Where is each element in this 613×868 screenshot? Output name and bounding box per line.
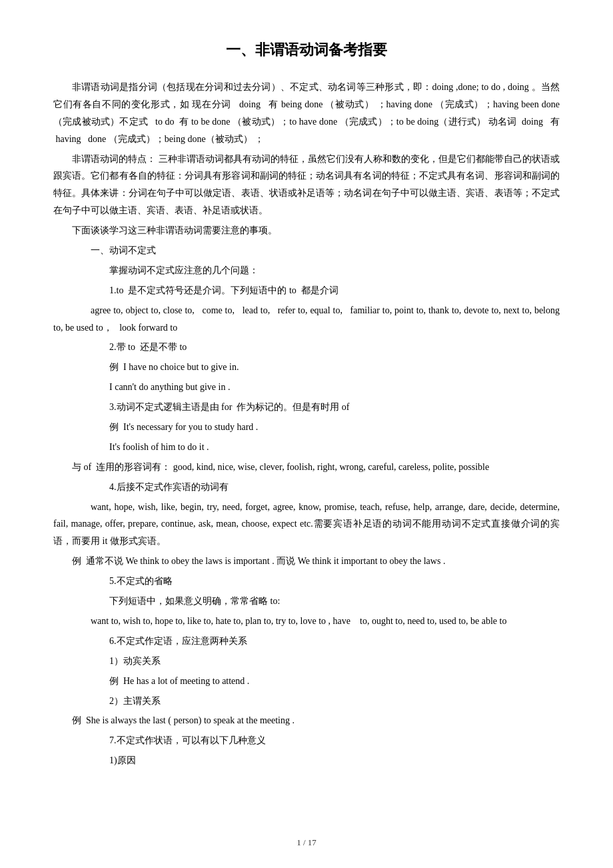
paragraph-5: 掌握动词不定式应注意的几个问题： [53,262,560,279]
paragraph-6: 1.to 是不定式符号还是介词。下列短语中的 to 都是介词 [53,282,560,299]
paragraph-17: 例 通常不说 We think to obey the laws is impo… [53,553,560,570]
paragraph-1: 非谓语动词是指分词（包括现在分词和过去分词）、不定式、动名词等三种形式，即：do… [53,79,560,148]
page: 一、非谓语动词备考指要 非谓语动词是指分词（包括现在分词和过去分词）、不定式、动… [0,0,613,868]
page-title: 一、非谓语动词备考指要 [53,40,560,60]
paragraph-14: 与 of 连用的形容词有： good, kind, nice, wise, cl… [53,459,560,476]
paragraph-26: 7.不定式作状语，可以有以下几种意义 [53,732,560,749]
main-content: 非谓语动词是指分词（包括现在分词和过去分词）、不定式、动名词等三种形式，即：do… [53,79,560,769]
paragraph-25: 例 She is always the last ( person) to sp… [53,712,560,729]
paragraph-7: agree to, object to, close to, come to, … [53,302,560,337]
paragraph-18: 5.不定式的省略 [53,573,560,590]
page-footer: 1 / 17 [0,837,613,848]
paragraph-3: 下面谈谈学习这三种非谓语动词需要注意的事项。 [53,222,560,239]
paragraph-20: want to, wish to, hope to, like to, hate… [53,613,560,630]
paragraph-24: 2）主谓关系 [53,693,560,710]
paragraph-12: 例 It's necessary for you to study hard . [53,419,560,436]
paragraph-21: 6.不定式作定语，应注意两种关系 [53,633,560,650]
paragraph-8: 2.带 to 还是不带 to [53,339,560,356]
page-number: 1 / 17 [297,837,316,847]
paragraph-9: 例 I have no choice but to give in. [53,359,560,376]
paragraph-13: It's foolish of him to do it . [53,439,560,456]
paragraph-23: 例 He has a lot of meeting to attend . [53,673,560,690]
section-verb-infinitive: 一、动词不定式 [53,242,560,259]
paragraph-10: I cann't do anything but give in . [53,379,560,396]
paragraph-16: want, hope, wish, like, begin, try, need… [53,499,560,551]
paragraph-15: 4.后接不定式作宾语的动词有 [53,479,560,496]
paragraph-27: 1)原因 [53,752,560,769]
paragraph-22: 1）动宾关系 [53,653,560,670]
paragraph-19: 下列短语中，如果意义明确，常常省略 to: [53,593,560,610]
paragraph-2: 非谓语动词的特点： 三种非谓语动词都具有动词的特征，虽然它们没有人称和数的变化，… [53,151,560,220]
paragraph-11: 3.动词不定式逻辑主语是由 for 作为标记的。但是有时用 of [53,399,560,416]
